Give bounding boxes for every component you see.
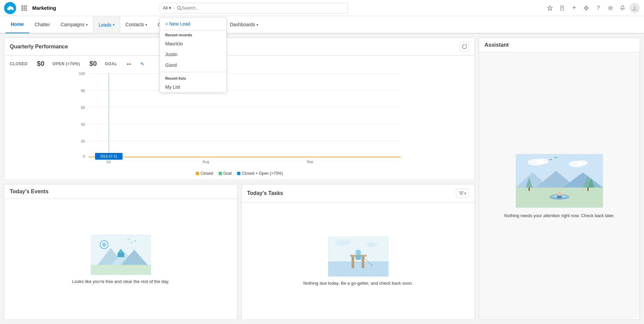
todays-events-title: Today's Events: [10, 189, 49, 195]
filter-sort-chevron: ▾: [464, 192, 466, 195]
quarterly-performance-card: Quarterly Performance CLOSED $0 OPEN (>7…: [4, 38, 475, 180]
svg-point-60: [356, 250, 361, 255]
svg-rect-8: [24, 7, 25, 9]
todays-events-card: Today's Events: [4, 184, 237, 320]
leads-chevron: ▾: [113, 23, 114, 27]
user-avatar[interactable]: [629, 3, 640, 13]
help-button[interactable]: ?: [593, 3, 604, 13]
new-lead-option[interactable]: + New Lead: [160, 18, 226, 30]
search-scope-selector[interactable]: All ▾: [163, 5, 174, 10]
assistant-header: Assistant: [479, 38, 640, 52]
todays-tasks-card: Today's Tasks ▾: [241, 184, 475, 320]
nav-item-campaigns[interactable]: Campaigns ▾: [55, 16, 93, 33]
goal-edit-button[interactable]: ✎: [140, 61, 144, 67]
svg-rect-49: [118, 253, 124, 257]
legend-goal-label: Goal: [223, 171, 232, 176]
global-search-input[interactable]: [182, 5, 345, 10]
svg-text:40: 40: [81, 122, 85, 126]
app-launcher-button[interactable]: [19, 3, 30, 13]
svg-rect-61: [356, 255, 361, 260]
favorites-button[interactable]: [545, 3, 555, 13]
recent-list-my-list[interactable]: My List: [160, 82, 226, 92]
nav-item-home-label: Home: [11, 22, 24, 27]
search-icon: [177, 6, 182, 10]
svg-point-82: [537, 158, 549, 164]
favorites-menu-button[interactable]: [557, 3, 567, 13]
svg-rect-80: [557, 196, 562, 198]
nav-item-home[interactable]: Home: [5, 16, 29, 33]
nav-item-chatter-label: Chatter: [35, 22, 50, 27]
svg-text:Aug: Aug: [202, 160, 209, 164]
svg-point-19: [610, 7, 611, 9]
svg-text:100: 100: [79, 72, 85, 76]
closed-label: CLOSED: [10, 62, 28, 66]
svg-text:Jul: Jul: [106, 160, 111, 164]
nav-item-contacts[interactable]: Contacts ▾: [120, 16, 152, 33]
bottom-row: Today's Events: [4, 184, 475, 320]
todays-tasks-empty-text: Nothing due today. Be a go-getter, and c…: [303, 281, 413, 286]
global-nav-right: + ?: [545, 3, 640, 13]
svg-point-21: [634, 6, 636, 8]
nav-item-leads[interactable]: Leads ▾: [93, 16, 120, 33]
global-search-container: All ▾: [160, 3, 348, 13]
new-lead-label: + New Lead: [165, 21, 190, 27]
quarterly-performance-header: Quarterly Performance: [4, 38, 474, 56]
svg-rect-10: [21, 9, 23, 11]
todays-tasks-title: Today's Tasks: [247, 190, 283, 196]
goal-value: --: [127, 60, 131, 68]
svg-rect-76: [587, 188, 589, 191]
nav-item-dashboards[interactable]: Dashboards ▾: [224, 16, 264, 33]
nav-item-campaigns-label: Campaigns: [61, 22, 85, 27]
svg-text:0: 0: [83, 154, 85, 158]
svg-point-79: [557, 192, 561, 196]
svg-point-63: [371, 265, 372, 266]
svg-point-66: [367, 242, 377, 247]
search-scope-label: All: [163, 5, 168, 10]
nav-item-contacts-label: Contacts: [126, 22, 144, 27]
svg-rect-12: [26, 9, 27, 11]
assistant-body: Nothing needs your attention right now. …: [479, 52, 640, 320]
goal-label: GOAL: [105, 62, 117, 66]
trailhead-button[interactable]: [581, 3, 592, 13]
svg-rect-7: [21, 7, 23, 9]
nav-item-dashboards-label: Dashboards: [230, 22, 255, 27]
global-nav: Marketing All ▾ +: [0, 0, 644, 16]
nav-item-chatter[interactable]: Chatter: [29, 16, 55, 33]
legend-closed-label: Closed: [200, 171, 213, 176]
svg-point-84: [577, 160, 588, 166]
left-area: Quarterly Performance CLOSED $0 OPEN (>7…: [4, 38, 475, 320]
tasks-illustration: [328, 236, 388, 277]
leads-dropdown: + New Lead Recent records Mauricio Justi…: [159, 17, 227, 93]
quarterly-refresh-button[interactable]: [460, 42, 469, 51]
add-button[interactable]: +: [569, 3, 580, 13]
notifications-button[interactable]: [617, 3, 628, 13]
svg-point-65: [342, 240, 351, 245]
quarterly-performance-title: Quarterly Performance: [10, 44, 68, 50]
setup-button[interactable]: [605, 3, 616, 13]
contacts-chevron: ▾: [145, 23, 147, 27]
campaigns-chevron: ▾: [86, 23, 88, 27]
app-name: Marketing: [32, 5, 56, 11]
assistant-illustration: [516, 154, 603, 208]
tasks-filter-sort-button[interactable]: ▾: [456, 189, 469, 198]
open-label: OPEN (>70%): [52, 62, 80, 66]
recent-record-mauricio[interactable]: Mauricio: [160, 38, 226, 49]
recent-record-justin[interactable]: Justin: [160, 49, 226, 60]
svg-line-14: [180, 9, 182, 10]
todays-events-header: Today's Events: [4, 185, 237, 199]
legend-goal-dot: [219, 172, 222, 175]
legend-closed: Closed: [196, 171, 213, 176]
closed-value: $0: [37, 60, 44, 68]
dashboards-chevron: ▾: [257, 23, 258, 27]
chart-area: 100 80 60 40 20 0 Jul Aug Sep: [4, 68, 474, 168]
assistant-card: Assistant: [479, 38, 640, 320]
salesforce-logo: [4, 2, 16, 14]
svg-rect-11: [24, 9, 25, 11]
todays-tasks-empty: Nothing due today. Be a go-getter, and c…: [242, 202, 474, 320]
todays-events-empty-text: Looks like you're free and clear the res…: [72, 279, 170, 284]
recent-record-giord[interactable]: Giord: [160, 60, 226, 71]
svg-text:60: 60: [81, 106, 85, 110]
svg-rect-6: [26, 5, 27, 7]
legend-closed-open-dot: [237, 172, 240, 175]
legend-closed-open: Closed + Open (>70%): [237, 171, 283, 176]
